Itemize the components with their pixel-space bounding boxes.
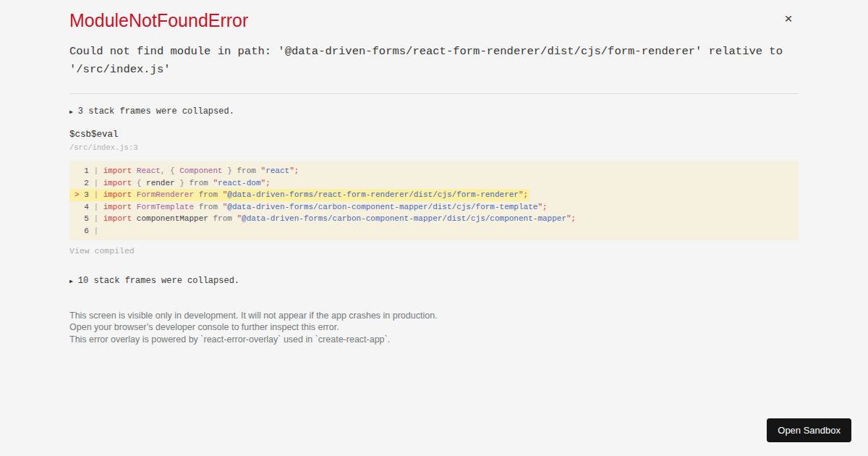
dev-footer: This screen is visible only in developme…: [69, 310, 799, 345]
code-line-error: > 3 | import FormRenderer from "@data-dr…: [69, 189, 529, 201]
collapse-arrow-icon: ▶: [69, 278, 73, 284]
open-sandbox-button[interactable]: Open Sandbox: [767, 418, 851, 442]
error-message: Could not find module in path: '@data-dr…: [69, 43, 799, 79]
error-overlay: × ModuleNotFoundError Could not find mod…: [0, 0, 868, 345]
code-snippet: 1 | import React, { Component } from "re…: [69, 161, 799, 240]
stack-frame: $csb$eval /src/index.js:3: [69, 130, 799, 152]
code-line: 1 | import React, { Component } from "re…: [75, 165, 799, 177]
stack-collapse-label: 3 stack frames were collapsed.: [78, 106, 234, 117]
code-line: 4 | import FormTemplate from "@data-driv…: [75, 201, 799, 214]
close-icon[interactable]: ×: [780, 10, 797, 28]
code-line: 5 | import componentMapper from "@data-d…: [75, 213, 799, 225]
error-title: ModuleNotFoundError: [69, 10, 799, 31]
footer-line: This screen is visible only in developme…: [69, 310, 799, 321]
divider: [69, 93, 799, 94]
code-line: 2 | import { render } from "react-dom";: [75, 177, 799, 190]
stack-frame-location: /src/index.js:3: [69, 143, 799, 152]
footer-line: Open your browser’s developer console to…: [69, 321, 799, 333]
footer-line: This error overlay is powered by `react-…: [69, 334, 799, 345]
stack-collapse-label: 10 stack frames were collapsed.: [78, 276, 239, 286]
collapse-arrow-icon: ▶: [69, 109, 73, 115]
stack-collapse-toggle-bottom[interactable]: ▶ 10 stack frames were collapsed.: [69, 276, 799, 286]
stack-collapse-toggle-top[interactable]: ▶ 3 stack frames were collapsed.: [69, 106, 799, 117]
view-compiled-link[interactable]: View compiled: [69, 246, 799, 256]
stack-frame-function: $csb$eval: [69, 130, 799, 140]
code-line: 6 |: [75, 225, 799, 237]
